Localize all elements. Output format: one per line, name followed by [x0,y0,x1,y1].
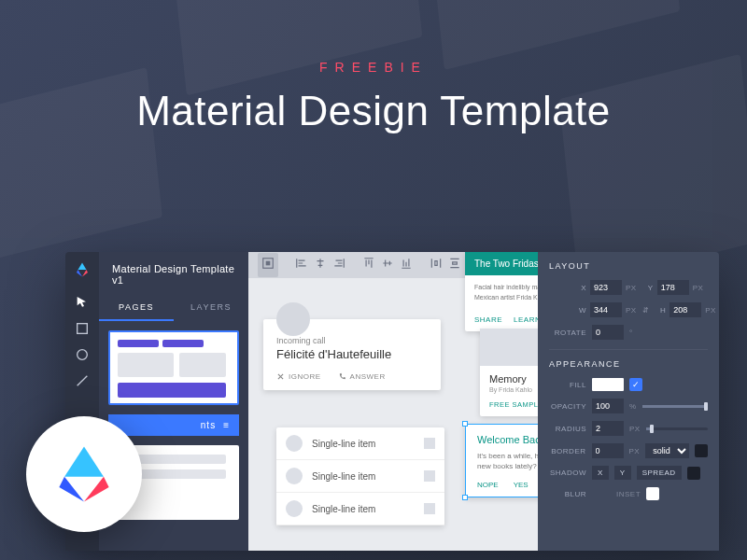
x-input[interactable] [590,280,622,295]
svg-rect-3 [266,261,271,266]
checkbox-icon[interactable] [424,470,435,482]
list-item[interactable]: Single-line item [276,493,444,525]
list-item[interactable]: Single-line item [276,427,444,460]
yes-button[interactable]: YES [514,481,529,489]
inspector-panel: LAYOUT XPX YPX WPX ⇵ HPX ROTATE ° APPEAR… [538,252,719,551]
distribute-v-icon[interactable] [448,257,461,273]
nope-button[interactable]: NOPE [477,481,499,489]
align-top-icon[interactable] [362,257,375,273]
svg-point-1 [78,350,88,360]
tab-pages[interactable]: PAGES [99,295,174,321]
free-sample-button[interactable]: FREE SAMPLE [489,400,538,409]
call-sub-label: Incoming call [276,336,428,345]
border-style-select[interactable]: solid [645,443,689,458]
app-logo-icon [74,261,91,278]
appearance-section-title: APPEARANCE [549,359,708,369]
opacity-input[interactable] [592,399,624,413]
phone-icon [338,372,346,381]
checkbox-icon[interactable] [424,438,435,449]
distribute-h-icon[interactable] [430,257,443,273]
article-card[interactable]: The Two Fridas Facial hair indelibly mar… [465,252,538,331]
inset-toggle[interactable] [646,487,659,500]
align-bottom-icon[interactable] [400,257,413,273]
list-item[interactable]: Single-line item [276,460,444,493]
border-color-swatch[interactable] [695,444,708,457]
book-author: By Frida Kahlo [489,386,538,393]
w-input[interactable] [590,302,622,317]
list-item-label: Single-line item [312,504,375,514]
share-button[interactable]: SHARE [474,315,502,324]
h-input[interactable] [669,302,701,317]
hero-title: Material Design Template [0,88,747,134]
learn-more-button[interactable]: LEARN MORE [514,315,538,324]
editor-window: Material Design Template v1 PAGES LAYERS… [65,252,719,551]
radius-input[interactable] [592,421,624,436]
book-title: Memory [489,373,538,385]
book-card[interactable]: Memory By Frida Kahlo FREE SAMPLE REVIEW [480,329,538,416]
shadow-x-input[interactable]: X [592,466,609,480]
list-item-label: Single-line item [312,439,375,449]
hero-eyebrow: FREEBIE [0,60,747,75]
canvas[interactable]: Incoming call Félicité d'Hautefeuille IG… [248,252,538,551]
close-icon [276,372,285,381]
shadow-spread-input[interactable]: SPREAD [637,466,682,480]
app-logo-icon [51,441,117,507]
page-thumbnail[interactable] [108,330,239,405]
rotate-input[interactable] [592,325,624,340]
line-tool-icon[interactable] [75,373,90,388]
book-cover-placeholder [480,329,538,366]
align-left-icon[interactable] [295,257,308,273]
y-input[interactable] [657,280,689,295]
article-title: The Two Fridas [465,252,538,275]
shadow-y-input[interactable]: Y [614,466,631,480]
avatar [276,302,310,336]
fill-swatch[interactable] [592,378,624,391]
list-item-label: Single-line item [312,471,375,482]
avatar-placeholder-icon [286,468,303,484]
layout-section-title: LAYOUT [549,261,708,271]
svg-rect-0 [78,324,88,334]
group-selection-icon[interactable] [258,253,278,277]
ignore-button[interactable]: IGNORE [276,372,321,381]
article-body: Facial hair indelibly marks the self-por… [465,275,538,310]
project-title: Material Design Template v1 [99,252,248,295]
ellipse-tool-icon[interactable] [75,347,90,362]
shadow-color-swatch[interactable] [687,467,700,480]
page-thumbnail-label: nts ≡ [108,414,239,436]
welcome-body: It's been a while, have you read any new… [477,451,538,471]
avatar-placeholder-icon [286,435,303,452]
align-center-icon[interactable] [314,257,327,273]
answer-button[interactable]: ANSWER [338,372,386,381]
avatar-placeholder-icon [286,500,303,517]
fill-toggle[interactable]: ✓ [629,378,642,391]
rectangle-tool-icon[interactable] [75,321,90,336]
pointer-tool-icon[interactable] [75,295,90,310]
align-right-icon[interactable] [332,257,345,273]
link-dimensions-icon[interactable]: ⇵ [642,306,650,315]
tab-layers[interactable]: LAYERS [174,295,248,321]
welcome-dialog-selected[interactable]: Welcome Back! It's been a while, have yo… [465,424,538,497]
welcome-title: Welcome Back! [477,434,538,445]
checkbox-icon[interactable] [424,503,435,514]
align-middle-icon[interactable] [381,257,394,273]
opacity-slider[interactable] [642,405,708,408]
caller-name: Félicité d'Hautefeuille [276,347,428,361]
border-input[interactable] [592,443,624,458]
radius-slider[interactable] [646,427,708,430]
list-card[interactable]: Single-line item Single-line item Single… [276,427,444,525]
app-logo-badge [26,416,142,532]
incoming-call-card[interactable]: Incoming call Félicité d'Hautefeuille IG… [263,319,441,390]
